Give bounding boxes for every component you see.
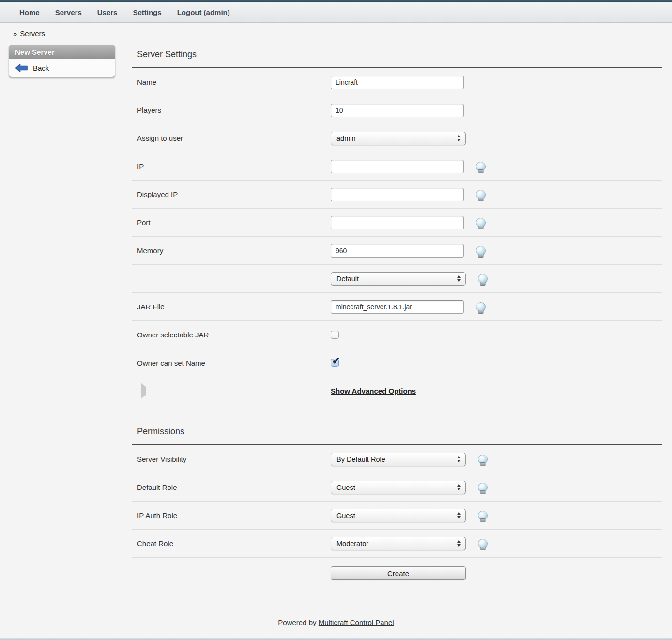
main-content: Server Settings Name Players Assign to u… [132, 45, 662, 589]
form-row-server-visibility: Server Visibility By Default Role [132, 445, 662, 473]
form-row-memory-preset: Default [132, 265, 662, 293]
server-settings-title: Server Settings [132, 45, 662, 60]
lightbulb-icon[interactable] [476, 302, 486, 312]
breadcrumb: »Servers [13, 30, 672, 38]
nav-item-home[interactable]: Home [19, 8, 40, 16]
form-row-owner-selectable-jar: Owner selectable JAR [132, 321, 662, 349]
form-row-cheat-role: Cheat Role Moderator [132, 530, 662, 558]
players-label: Players [137, 106, 331, 114]
up-down-stepper-icon [457, 275, 461, 282]
footer: Powered by Multicraft Control Panel [0, 618, 672, 626]
form-row-default-role: Default Role Guest [132, 473, 662, 502]
form-row-assign-to-user: Assign to user admin [132, 124, 662, 152]
ip-auth-role-select[interactable]: Guest [331, 509, 466, 522]
panel-title: New Server [9, 45, 115, 59]
memory-preset-select[interactable]: Default [331, 272, 466, 286]
bottom-accent-strip [0, 638, 672, 640]
up-down-stepper-icon [457, 456, 461, 462]
ip-input[interactable] [331, 160, 464, 173]
jar-file-label: JAR File [137, 303, 331, 311]
ip-auth-role-value: Guest [336, 512, 355, 519]
up-down-stepper-icon [457, 484, 461, 490]
assign-to-user-select[interactable]: admin [331, 132, 466, 145]
owner-can-set-name-label: Owner can set Name [137, 359, 331, 367]
nav-item-servers[interactable]: Servers [55, 8, 82, 16]
form-row-memory: Memory [132, 237, 662, 265]
jar-file-input[interactable] [331, 300, 464, 314]
server-visibility-select[interactable]: By Default Role [331, 453, 466, 466]
cheat-role-label: Cheat Role [137, 539, 331, 548]
lightbulb-icon[interactable] [476, 246, 486, 256]
default-role-value: Guest [336, 484, 355, 491]
port-input[interactable] [331, 216, 464, 229]
form-row-submit: Create [132, 558, 662, 589]
breadcrumb-separator: » [13, 30, 17, 38]
footer-divider [15, 608, 657, 608]
owner-selectable-jar-checkbox[interactable] [331, 331, 339, 339]
breadcrumb-link-servers[interactable]: Servers [20, 30, 45, 38]
footer-prefix: Powered by [278, 618, 316, 626]
form-row-ip: IP [132, 152, 662, 181]
form-row-players: Players [132, 96, 662, 124]
ip-label: IP [137, 162, 331, 170]
multicraft-link[interactable]: Multicraft Control Panel [319, 618, 394, 626]
owner-can-set-name-checkbox[interactable] [331, 359, 339, 367]
lightbulb-icon[interactable] [478, 511, 488, 520]
form-row-advanced-options: Show Advanced Options [132, 377, 662, 405]
lightbulb-icon[interactable] [476, 218, 486, 228]
triangle-right-icon [141, 383, 146, 398]
lightbulb-icon[interactable] [478, 539, 488, 549]
form-row-displayed-ip: Displayed IP [132, 181, 662, 209]
server-visibility-value: By Default Role [336, 456, 385, 463]
up-down-stepper-icon [457, 135, 461, 141]
ip-auth-role-label: IP Auth Role [137, 511, 331, 519]
nav-item-users[interactable]: Users [97, 8, 118, 16]
displayed-ip-input[interactable] [331, 188, 464, 201]
displayed-ip-label: Displayed IP [137, 190, 331, 198]
lightbulb-icon[interactable] [478, 274, 488, 284]
advanced-disclosure[interactable] [137, 387, 331, 395]
assign-to-user-label: Assign to user [137, 134, 331, 142]
show-advanced-options-link[interactable]: Show Advanced Options [331, 387, 416, 395]
form-row-port: Port [132, 209, 662, 237]
players-input[interactable] [331, 104, 464, 117]
memory-preset-value: Default [336, 275, 359, 283]
memory-label: Memory [137, 246, 331, 255]
port-label: Port [137, 218, 331, 227]
main-navbar: Home Servers Users Settings Logout (admi… [0, 2, 672, 23]
nav-item-logout[interactable]: Logout (admin) [177, 8, 230, 16]
memory-input[interactable] [331, 244, 464, 258]
permissions-title: Permissions [132, 405, 662, 437]
name-input[interactable] [331, 76, 464, 89]
lightbulb-icon[interactable] [476, 162, 486, 171]
server-visibility-label: Server Visibility [137, 455, 331, 463]
lightbulb-icon[interactable] [478, 483, 488, 492]
up-down-stepper-icon [457, 512, 461, 518]
create-button[interactable]: Create [331, 566, 466, 580]
up-down-stepper-icon [457, 540, 461, 547]
form-row-jar-file: JAR File [132, 293, 662, 321]
assign-to-user-value: admin [336, 135, 356, 142]
new-server-panel: New Server Back [9, 45, 115, 77]
lightbulb-icon[interactable] [476, 190, 486, 199]
owner-selectable-jar-label: Owner selectable JAR [137, 331, 331, 339]
default-role-select[interactable]: Guest [331, 481, 466, 494]
form-row-name: Name [132, 68, 662, 96]
form-row-ip-auth-role: IP Auth Role Guest [132, 502, 662, 530]
name-label: Name [137, 78, 331, 86]
left-arrow-icon [15, 63, 28, 73]
cheat-role-value: Moderator [336, 540, 368, 548]
back-button[interactable]: Back [9, 59, 115, 77]
back-label: Back [33, 64, 49, 72]
default-role-label: Default Role [137, 483, 331, 491]
cheat-role-select[interactable]: Moderator [331, 537, 466, 550]
nav-item-settings[interactable]: Settings [133, 8, 161, 16]
form-row-owner-can-set-name: Owner can set Name [132, 349, 662, 377]
lightbulb-icon[interactable] [478, 455, 488, 464]
